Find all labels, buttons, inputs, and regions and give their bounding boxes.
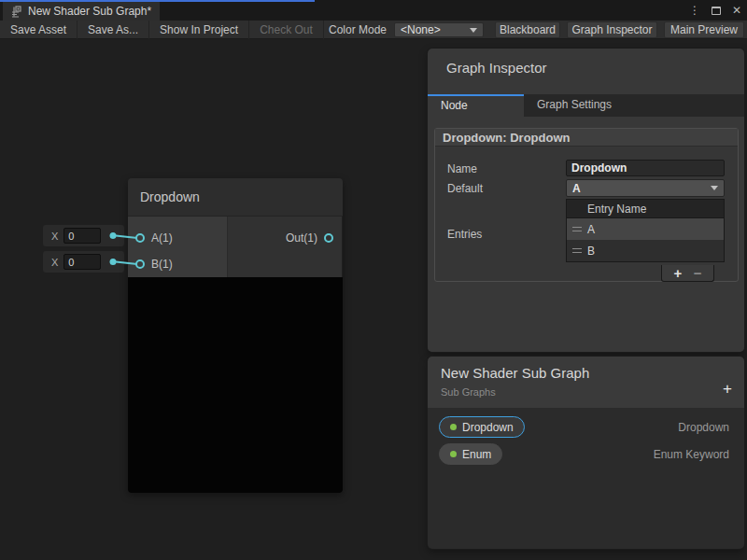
- input-b-value-field[interactable]: [63, 254, 101, 270]
- node-settings-body: Dropdown: Dropdown Name Default A Entrie…: [428, 117, 744, 352]
- node-output-ports: Out(1): [228, 217, 342, 277]
- drag-handle-icon[interactable]: [572, 248, 582, 253]
- output-port-icon[interactable]: [324, 233, 333, 243]
- entry-row-b[interactable]: B: [567, 240, 724, 261]
- exposed-dot-icon: [450, 451, 457, 457]
- entries-list: Entry Name A B: [566, 199, 725, 262]
- property-type-label: Enum Keyword: [654, 448, 729, 461]
- remove-entry-button[interactable]: −: [694, 266, 702, 281]
- add-property-button[interactable]: +: [723, 381, 732, 397]
- blackboard-header: New Shader Sub Graph Sub Graphs +: [428, 357, 744, 408]
- node-input-ports: A(1) B(1): [128, 217, 228, 277]
- entries-label: Entries: [447, 228, 482, 241]
- entry-name: A: [587, 223, 595, 236]
- input-a-axis-label: X: [51, 231, 58, 242]
- chevron-down-icon: [470, 28, 477, 33]
- input-port-a-icon[interactable]: [135, 233, 145, 243]
- input-port-a-label: A(1): [151, 231, 173, 245]
- node-title: Dropdown: [140, 189, 200, 204]
- name-field[interactable]: [566, 160, 725, 176]
- property-name: Enum: [462, 448, 491, 461]
- graph-toolbar: Save Asset Save As... Show In Project Ch…: [0, 21, 747, 39]
- blackboard-body: Dropdown Dropdown Enum Enum Keyword: [428, 408, 744, 549]
- exposed-dot-icon: [450, 424, 457, 430]
- shader-graph-icon: [10, 6, 22, 18]
- graph-inspector-panel: Graph Inspector Node Settings Graph Sett…: [428, 49, 744, 352]
- property-type-label: Dropdown: [678, 421, 729, 434]
- node-header[interactable]: Dropdown: [128, 178, 343, 217]
- port-row-b: B(1): [128, 251, 227, 277]
- tab-node-settings[interactable]: Node Settings: [428, 94, 524, 117]
- main-preview-toggle-button[interactable]: Main Preview: [664, 21, 744, 38]
- color-mode-label: Color Mode: [329, 21, 387, 39]
- input-b-value-widget: X: [43, 251, 124, 273]
- dropdown-node[interactable]: Dropdown A(1) B(1) Out(1): [128, 178, 343, 493]
- save-as-button[interactable]: Save As...: [78, 21, 149, 39]
- default-dropdown[interactable]: A: [566, 179, 725, 197]
- tab-title: New Shader Sub Graph*: [28, 5, 151, 18]
- property-name: Dropdown: [462, 421, 514, 434]
- check-out-button: Check Out: [249, 21, 324, 39]
- drag-handle-icon[interactable]: [572, 227, 582, 231]
- entry-row-a[interactable]: A: [567, 218, 724, 240]
- blackboard-subtitle: Sub Graphs: [441, 386, 744, 398]
- chevron-down-icon: [711, 186, 718, 190]
- port-row-a: A(1): [128, 225, 227, 251]
- tab-graph-settings[interactable]: Graph Settings: [524, 94, 625, 117]
- close-icon[interactable]: ✕: [732, 0, 741, 21]
- document-tab[interactable]: New Shader Sub Graph*: [3, 2, 160, 21]
- output-port-label: Out(1): [286, 231, 317, 245]
- default-value: A: [572, 182, 581, 195]
- window-tab-strip: New Shader Sub Graph* ⋮ ✕: [0, 0, 747, 21]
- entry-name: B: [587, 245, 595, 258]
- property-pill-dropdown[interactable]: Dropdown: [439, 416, 525, 438]
- blackboard-toggle-button[interactable]: Blackboard: [495, 21, 560, 38]
- color-mode-value: <None>: [401, 23, 441, 36]
- property-pill-enum[interactable]: Enum: [439, 443, 502, 465]
- port-row-out: Out(1): [228, 225, 342, 251]
- input-port-b-label: B(1): [151, 258, 173, 271]
- input-a-value-field[interactable]: [63, 228, 101, 244]
- save-asset-button[interactable]: Save Asset: [0, 21, 78, 39]
- show-in-project-button[interactable]: Show In Project: [149, 21, 249, 39]
- input-a-value-widget: X: [43, 225, 124, 246]
- default-label: Default: [447, 182, 483, 195]
- input-port-b-icon[interactable]: [135, 259, 145, 269]
- blackboard-row-enum: Enum Enum Keyword: [439, 443, 729, 465]
- name-label: Name: [447, 162, 477, 175]
- color-mode-dropdown[interactable]: <None>: [394, 22, 484, 37]
- add-entry-button[interactable]: +: [673, 266, 682, 281]
- node-preview: [128, 277, 343, 493]
- input-b-axis-label: X: [51, 257, 58, 268]
- blackboard-row-dropdown: Dropdown Dropdown: [439, 416, 729, 438]
- entries-list-footer: + −: [661, 265, 714, 282]
- blackboard-title: New Shader Sub Graph: [441, 365, 744, 381]
- inspector-title: Graph Inspector: [428, 49, 744, 94]
- graph-inspector-toggle-button[interactable]: Graph Inspector: [567, 21, 657, 38]
- entries-header: Entry Name: [567, 200, 724, 218]
- section-title: Dropdown: Dropdown: [435, 129, 738, 147]
- dropdown-settings-section: Dropdown: Dropdown Name Default A Entrie…: [434, 128, 739, 282]
- inspector-tabs: Node Settings Graph Settings: [428, 94, 744, 117]
- blackboard-panel: New Shader Sub Graph Sub Graphs + Dropdo…: [428, 357, 744, 549]
- window-menu-icon[interactable]: ⋮: [689, 0, 700, 21]
- maximize-icon[interactable]: [712, 7, 721, 15]
